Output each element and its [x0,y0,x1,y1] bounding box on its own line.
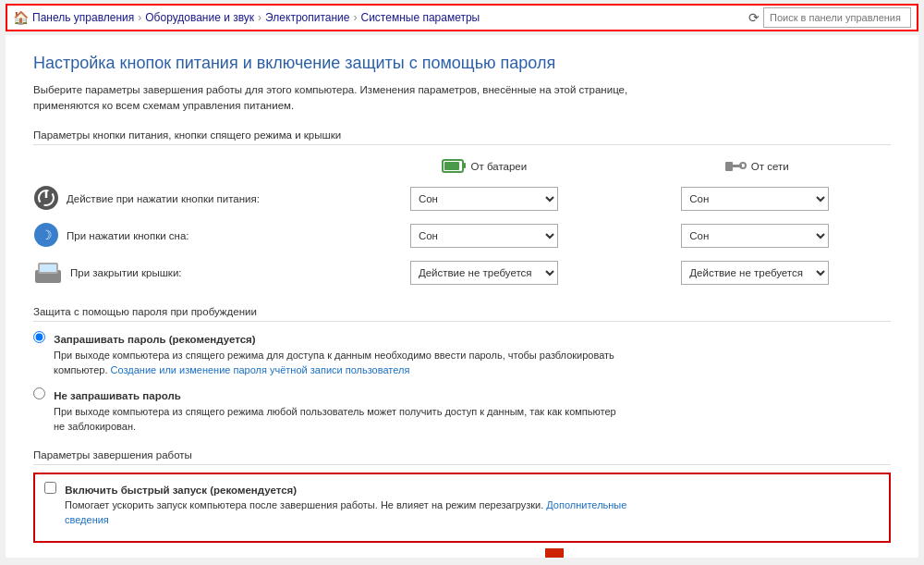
power-ac-select[interactable]: Сон Завершение работы Гибернация Отключи… [681,187,829,211]
change-password-link[interactable]: Создание или изменение пароля учётной за… [111,364,410,375]
breadcrumb-hardware[interactable]: Оборудование и звук [145,11,254,24]
col-power-header: От сети [620,153,891,180]
breadcrumb-system-params[interactable]: Системные параметры [360,11,480,24]
require-password-label[interactable]: Запрашивать пароль (рекомендуется) [33,334,256,345]
lid-label: При закрытии крышки: [70,267,182,278]
path-separator-3: › [353,11,357,24]
sleep-button-icon: ☽ [33,222,59,250]
breadcrumb-control-panel[interactable]: Панель управления [32,11,134,24]
lid-icon [33,259,63,287]
svg-rect-3 [725,162,733,171]
require-password-desc: При выходе компьютера из спящего режима … [54,348,626,378]
path-separator-2: › [258,11,261,24]
require-password-radio[interactable] [33,331,45,343]
arrow-container [218,548,891,559]
main-content: Настройка кнопок питания и включение защ… [6,35,918,558]
require-password-option: Запрашивать пароль (рекомендуется) При в… [33,331,891,378]
shutdown-section-label: Параметры завершения работы [33,449,891,465]
svg-rect-2 [444,162,459,170]
lid-ac-select[interactable]: Действие не требуется Сон Завершение раб… [681,261,829,285]
power-battery-select[interactable]: Сон Завершение работы Гибернация Отключи… [410,187,558,211]
path-separator-1: › [138,11,141,24]
refresh-button[interactable]: ⟳ [745,8,763,27]
breadcrumb-path: Панель управления › Оборудование и звук … [32,11,745,24]
sleep-button-label: При нажатии кнопки сна: [67,230,189,241]
fast-boot-item: Включить быстрый запуск (рекомендуется) … [44,482,880,528]
fast-boot-highlight: Включить быстрый запуск (рекомендуется) … [33,473,891,543]
table-row: Действие при нажатии кнопки питания: Сон… [33,180,891,217]
battery-icon [442,156,468,177]
lid-battery-select[interactable]: Действие не требуется Сон Завершение раб… [410,261,558,285]
fast-boot-checkbox[interactable] [44,482,56,494]
address-bar: 🏠 Панель управления › Оборудование и зву… [6,4,918,31]
page-description: Выберите параметры завершения работы для… [33,82,662,115]
table-row: При закрытии крышки: Действие не требует… [33,254,891,291]
power-label: От сети [751,161,789,172]
power-button-icon [33,185,59,213]
password-section-label: Защита с помощью пароля при пробуждении [33,306,891,322]
page-title: Настройка кнопок питания и включение защ… [33,54,891,73]
breadcrumb-power[interactable]: Электропитание [265,11,349,24]
no-password-option: Не запрашивать пароль При выходе компьют… [33,387,891,435]
fast-boot-desc: Помогает ускорить запуск компьютера посл… [65,497,638,528]
fast-boot-label[interactable]: Включить быстрый запуск (рекомендуется) [44,485,297,496]
sleep-ac-select[interactable]: Сон Завершение работы Гибернация Отключи… [681,224,829,248]
svg-text:☽: ☽ [41,227,53,242]
power-settings-table: От батареи От сети [33,153,891,291]
search-input[interactable] [763,7,911,28]
sleep-battery-select[interactable]: Сон Завершение работы Гибернация Отключи… [410,224,558,248]
power-adapter-icon [722,156,748,177]
col-battery-header: От батареи [348,153,619,180]
no-password-desc: При выходе компьютера из спящего режима … [54,404,626,435]
password-section: Защита с помощью пароля при пробуждении … [33,306,891,435]
no-password-label[interactable]: Не запрашивать пароль [33,390,181,401]
table-row: ☽ При нажатии кнопки сна: Сон Завершение… [33,217,891,254]
no-password-radio[interactable] [33,387,45,399]
down-arrow [538,548,571,559]
battery-label: От батареи [471,161,528,172]
power-settings-label: Параметры кнопки питания, кнопки спящего… [33,129,891,145]
home-icon[interactable]: 🏠 [13,10,29,25]
svg-rect-1 [463,163,466,168]
svg-point-5 [740,163,746,168]
shutdown-section: Параметры завершения работы Включить быс… [33,449,891,559]
power-button-label: Действие при нажатии кнопки питания: [67,193,260,204]
svg-rect-13 [40,264,56,272]
